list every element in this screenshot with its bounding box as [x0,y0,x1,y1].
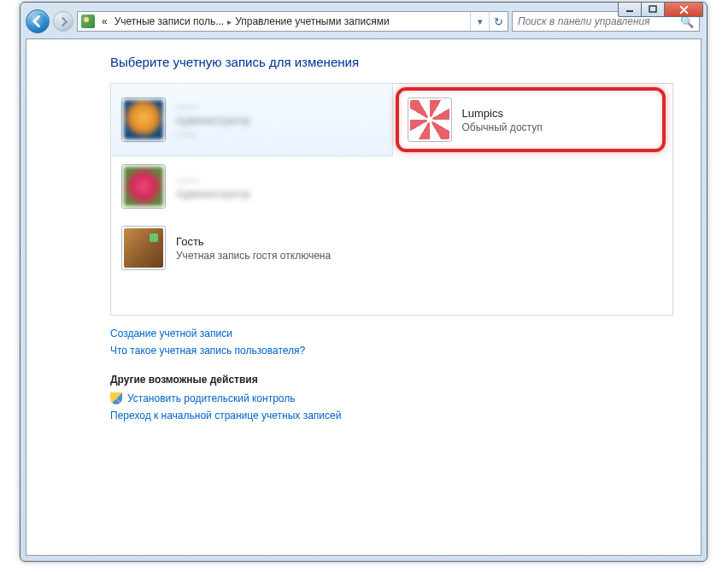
breadcrumb-seg-2[interactable]: Управление учетными записями [232,12,392,31]
account-item-admin-2[interactable]: —— Администратор [111,156,392,217]
page-title: Выберите учетную запись для изменения [110,55,677,69]
svg-rect-0 [626,10,633,12]
accounts-home-link[interactable]: Переход к начальной странице учетных зап… [110,410,677,422]
what-is-account-link[interactable]: Что такое учетная запись пользователя? [110,345,677,357]
maximize-button[interactable] [641,2,665,17]
back-button[interactable] [26,9,50,33]
minimize-button[interactable] [618,2,642,17]
titlebar-controls [619,2,703,17]
account-name: Гость [176,235,331,248]
parental-control-label: Установить родительский контроль [127,392,296,404]
account-item-guest[interactable]: Гость Учетная запись гостя отключена [111,217,392,279]
parental-control-link[interactable]: Установить родительский контроль [110,392,677,404]
nav-bar: « Учетные записи поль... ▸ Управление уч… [26,8,702,35]
account-type: Администратор [176,115,250,127]
address-bar[interactable]: « Учетные записи поль... ▸ Управление уч… [77,11,508,32]
svg-rect-1 [649,6,656,12]
shield-icon [110,392,122,404]
account-info: Гость Учетная запись гостя отключена [176,235,331,262]
account-name: —— [176,100,250,113]
breadcrumb-prefix: « [98,12,111,31]
forward-button[interactable] [53,11,73,32]
window-frame: « Учетные записи поль... ▸ Управление уч… [20,2,707,562]
account-name: Lumpics [462,107,543,120]
account-item-lumpics[interactable]: Lumpics Обычный доступ [396,87,666,152]
refresh-button[interactable]: ↻ [489,12,508,31]
breadcrumb-seg-1[interactable]: Учетные записи поль... [111,12,227,31]
account-extra: —— [176,128,250,140]
account-type: Обычный доступ [462,121,543,133]
avatar [121,164,166,209]
account-name: —— [176,174,250,186]
avatar [408,97,452,142]
account-type: Администратор [176,188,250,200]
address-dropdown-button[interactable]: ▾ [470,12,489,31]
other-actions-heading: Другие возможные действия [110,374,677,386]
close-button[interactable] [664,2,703,17]
control-panel-icon [81,15,95,28]
account-type: Учетная запись гостя отключена [176,250,331,262]
account-info: —— Администратор [176,174,250,200]
avatar [121,226,166,270]
search-input[interactable] [518,15,680,27]
account-info: Lumpics Обычный доступ [462,107,543,133]
links-block: Создание учетной записи Что такое учетна… [110,327,677,422]
account-info: —— Администратор —— [176,100,250,140]
accounts-panel: —— Администратор —— Lumpics Обычный дост… [110,83,673,315]
content-area: Выберите учетную запись для изменения ——… [26,38,702,556]
account-item-admin-1[interactable]: —— Администратор —— [110,83,393,156]
create-account-link[interactable]: Создание учетной записи [110,327,677,339]
avatar [121,97,166,142]
